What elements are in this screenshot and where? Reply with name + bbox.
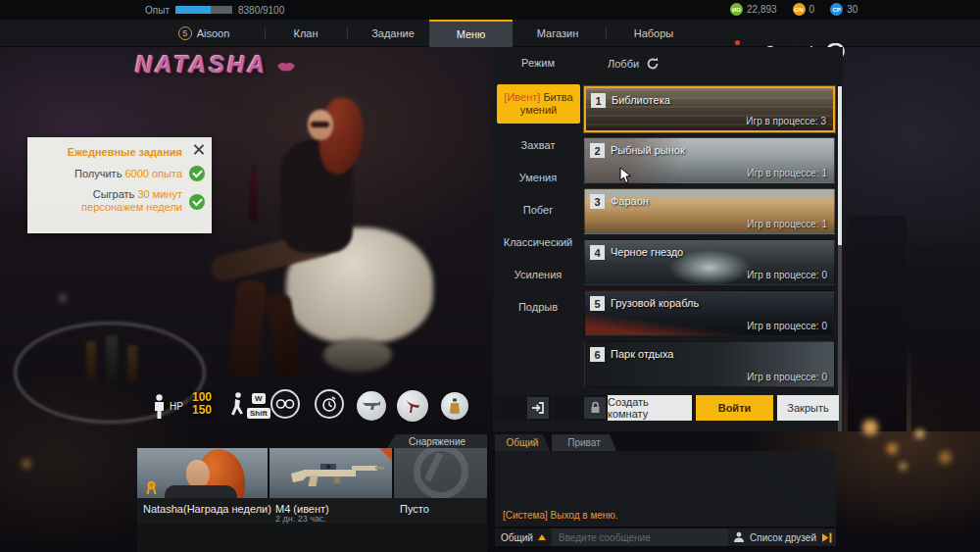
scene-shape [323,338,392,372]
currency-io: ИО 22,893 [730,3,777,16]
hp-max: 150 [192,404,212,417]
system-message: [Система] Выход в меню. [503,510,618,521]
tab-equipment[interactable]: Снаряжение [387,434,487,448]
scene-shape [311,122,329,127]
item-revolver-icon[interactable] [357,391,386,421]
currency-value: 30 [847,4,858,15]
mode-item-skills[interactable]: Умения [493,172,583,183]
character-logo: NATASHA [135,51,296,78]
city-light [22,459,31,469]
equipment-panel: Natasha(Награда недели) M4 (ивент) 2 дн.… [137,448,487,552]
chat-tab-general[interactable]: Общий [495,434,550,451]
mode-item-escape[interactable]: Побег [493,204,583,216]
tab-tasks[interactable]: Задание [357,20,429,47]
room-name: Фараон [611,195,649,207]
daily-task: Сыграть 30 минут персонажем недели [33,188,182,214]
chat-log[interactable]: [Система] Выход в меню. [495,451,836,527]
scene-shape [106,335,118,380]
check-icon [189,166,205,181]
create-room-button[interactable]: Создать комнату [608,395,692,421]
tab-shop[interactable]: Магазин [521,20,594,47]
hp-values: 100 150 [188,390,216,418]
equipment-slot-weapon[interactable] [270,448,392,498]
scrollbar-thumb[interactable] [838,86,842,245]
divider [347,27,348,39]
currency-value: 22,893 [747,4,777,15]
equipment-slot-character[interactable] [137,448,268,498]
enter-icon [527,397,549,419]
mode-item-boosts[interactable]: Усиления [493,269,583,280]
blue-coin-icon: CP [830,3,843,16]
portrait-body [165,485,237,498]
lobby-room-5[interactable]: 5 Грузовой корабль Игр в процессе: 0 [584,290,835,336]
tab-clan[interactable]: Клан [276,20,335,47]
person-icon [733,531,745,543]
faction-emblem-icon [414,448,468,498]
slot-name: Пусто [400,503,429,515]
room-name: Парк отдыха [611,348,673,360]
close-button[interactable]: Закрыть [777,395,839,421]
item-heels-icon[interactable] [397,390,428,422]
hp-label: HP [170,401,183,412]
mouse-cursor [619,167,633,184]
lock-icon [584,397,606,419]
currency-cp: CP 30 [830,3,858,16]
currency-group: ИО 22,893 GN 0 CP 30 [730,3,858,16]
room-number: 2 [590,143,605,158]
mode-event-label: [Ивент] Битва умений [499,91,578,117]
room-number: 1 [591,93,606,108]
skill-goggles-icon[interactable] [270,389,300,419]
hp-person-icon [153,394,166,420]
lobby-room-4[interactable]: 4 Черное гнездо Игр в процессе: 0 [584,239,835,285]
chat-message-input[interactable] [552,528,728,546]
mode-column-header: Режим [493,57,583,69]
chat-channel-selector[interactable]: Общий [495,528,552,546]
collapse-pin-icon[interactable] [821,532,832,543]
slot-timer: 2 дн. 23 час. [275,514,326,524]
mode-item-capture[interactable]: Захват [493,139,583,151]
level-badge: 5 [178,26,192,40]
lobby-title: Лобби [608,58,639,70]
room-number: 5 [590,296,605,311]
room-number: 6 [590,347,605,362]
skill-alarm-clock-icon[interactable] [315,389,344,419]
lobby-scrollbar[interactable] [838,86,842,431]
lobby-room-3[interactable]: 3 Фараон Игр в процессе: 1 [584,188,835,234]
lobby-room-6[interactable]: 6 Парк отдыха Игр в процессе: 0 [584,341,835,387]
menu-panel: Режим [Ивент] Битва умений Захват Умения… [493,47,843,431]
key-shift-badge: Shift [247,408,270,419]
divider [606,27,607,39]
tab-bundles[interactable]: Наборы [617,20,690,47]
room-games-count: Игр в процессе: 0 [747,372,827,382]
tab-menu[interactable]: Меню [429,20,513,47]
friends-list-button[interactable]: Список друзей [728,528,836,546]
currency-gn: GN 0 [793,3,815,16]
event-tag: [Ивент] [504,91,540,103]
scene-shape [252,165,255,178]
daily-tasks-popup: Ежедневные задания Получить 6000 опыта С… [27,137,212,233]
item-perfume-icon[interactable] [441,392,468,420]
join-button[interactable]: Войти [696,395,773,421]
room-name: Библиотека [612,94,670,106]
quick-join-button[interactable] [495,395,551,421]
city-light [862,420,878,435]
key-w-badge: W [252,393,266,404]
city-light [887,443,898,454]
scene-shape [86,341,96,380]
mode-item-classic[interactable]: Классический [493,236,583,248]
password-room-button[interactable] [554,395,608,421]
orange-coin-icon: GN [793,3,806,16]
equipment-slot-empty[interactable] [394,448,487,498]
chat-tab-private[interactable]: Приват [552,434,616,451]
close-icon[interactable] [192,142,206,156]
mode-item-event-skill-battle[interactable]: [Ивент] Битва умений [497,84,580,124]
tab-profile[interactable]: 5 Aisoon [152,20,256,47]
walking-person-icon [229,392,245,420]
mode-item-demolition[interactable]: Подрыв [493,301,583,313]
refresh-icon[interactable] [646,57,660,71]
scene-shape [228,279,268,376]
lobby-room-1[interactable]: 1 Библиотека Игр в процессе: 3 [584,86,835,132]
exp-value: 8380/9100 [238,5,284,16]
green-coin-icon: ИО [730,3,743,16]
exp-label: Опыт [145,5,170,16]
